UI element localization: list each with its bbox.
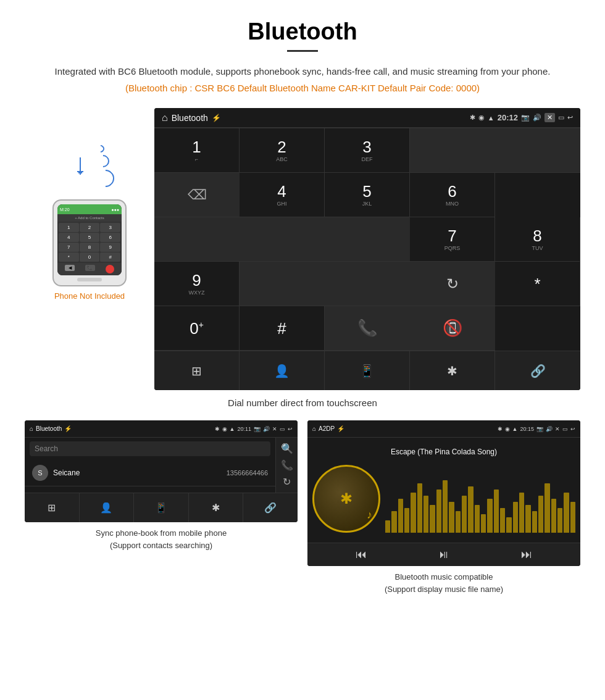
viz-bar-4: [411, 493, 415, 533]
music-next-btn[interactable]: ⏭: [521, 548, 532, 561]
refresh-icon: ↻: [446, 275, 459, 293]
dial-key-3[interactable]: 3 DEF: [325, 128, 410, 173]
pb-phone-side-icon[interactable]: 📞: [281, 459, 293, 471]
dial-letters-6: MNO: [446, 201, 459, 207]
pb-toolbar-calls[interactable]: 📱: [134, 493, 189, 522]
dial-key-0[interactable]: 0+: [154, 306, 240, 351]
pb-search-placeholder: Search: [35, 444, 58, 453]
minimize-icon[interactable]: ▭: [558, 114, 564, 122]
dial-number-9: 9: [192, 272, 201, 288]
title-divider: [287, 50, 318, 52]
dial-key-6[interactable]: 6 MNO: [410, 173, 495, 217]
backspace-icon: ⌫: [188, 187, 207, 203]
dial-end-btn[interactable]: 📵: [410, 306, 495, 351]
music-close-icon[interactable]: ✕: [555, 426, 560, 432]
music-signal-icon: ▲: [512, 426, 518, 432]
viz-bar-6: [424, 496, 428, 533]
dial-number-6: 6: [448, 183, 456, 199]
music-home-icon[interactable]: ⌂: [312, 425, 316, 432]
viz-bar-25: [544, 483, 549, 533]
dial-backspace[interactable]: ⌫: [154, 173, 240, 217]
dial-key-hash[interactable]: #: [240, 306, 325, 351]
pb-toolbar-contacts[interactable]: 👤: [80, 493, 135, 522]
phone-contact-header: + Add to Contacts: [57, 214, 122, 222]
phone-illustration: ⭣ M:20●●● + Add to Contacts 1 2 3: [25, 108, 154, 301]
music-prev-btn[interactable]: ⏮: [356, 548, 367, 561]
location-icon: ◉: [478, 114, 485, 122]
pb-close-icon[interactable]: ✕: [272, 426, 277, 432]
dial-key-star[interactable]: *: [495, 262, 580, 306]
music-screenshot-block: ⌂ A2DP ⚡ ✱ ◉ ▲ 20:15 📷 🔊 ✕ ▭ ↩: [307, 420, 580, 595]
dial-refresh[interactable]: ↻: [410, 262, 495, 306]
viz-bar-5: [417, 483, 422, 533]
dial-number-star: *: [534, 276, 540, 292]
volume-icon[interactable]: 🔊: [533, 114, 541, 122]
pb-toolbar-dialpad[interactable]: ⊞: [25, 493, 80, 522]
status-time: 20:12: [498, 113, 518, 122]
signal-icon: ▲: [488, 114, 494, 122]
viz-bar-16: [487, 499, 492, 533]
dial-number-0: 0+: [190, 320, 204, 336]
dial-number-4: 4: [277, 183, 286, 199]
viz-bar-3: [404, 508, 409, 533]
back-icon[interactable]: ↩: [567, 114, 573, 122]
dial-key-8[interactable]: 8 TUV: [495, 217, 580, 262]
pb-min-icon[interactable]: ▭: [280, 426, 285, 432]
pb-screen-title: Bluetooth: [36, 425, 62, 432]
dial-key-5[interactable]: 5 JKL: [325, 173, 410, 217]
dial-call-btn[interactable]: 📞: [325, 306, 410, 351]
pb-loc-icon: ◉: [222, 426, 227, 432]
toolbar-calls-btn[interactable]: 📱: [325, 351, 410, 390]
dial-number-8: 8: [533, 228, 541, 244]
phone-dialpad-grid: 1 2 3 4 5 6 7 8 9 * 0 #: [57, 222, 122, 263]
viz-bar-20: [513, 502, 518, 533]
dial-key-2[interactable]: 2 ABC: [240, 128, 325, 173]
phone-key-3: 3: [100, 223, 120, 232]
music-back-icon[interactable]: ↩: [570, 426, 575, 432]
viz-bar-18: [500, 508, 505, 533]
camera-icon[interactable]: 📷: [521, 114, 530, 122]
toolbar-contacts-btn[interactable]: 👤: [240, 351, 325, 390]
phone-key-0: 0: [80, 252, 100, 262]
dial-number-5: 5: [362, 183, 371, 199]
music-screen-title: A2DP: [319, 425, 335, 432]
viz-bar-27: [557, 508, 562, 533]
pb-bt-icon: ✱: [215, 426, 220, 432]
dial-letters-4: GHI: [277, 201, 286, 207]
pb-toolbar-settings[interactable]: 🔗: [243, 493, 298, 522]
dialpad-section: ⭣ M:20●●● + Add to Contacts 1 2 3: [25, 108, 580, 390]
pb-search-side-icon[interactable]: 🔍: [281, 443, 293, 454]
phonebook-caption: Sync phone-book from mobile phone(Suppor…: [96, 527, 227, 551]
music-status-right: ✱ ◉ ▲ 20:15 📷 🔊 ✕ ▭ ↩: [498, 426, 575, 432]
toolbar-bluetooth-btn[interactable]: ✱: [410, 351, 495, 390]
dial-key-9[interactable]: 9 WXYZ: [154, 262, 240, 306]
pb-contact-avatar: S: [32, 465, 48, 481]
call-red-icon: 📵: [443, 319, 462, 338]
pb-back-icon[interactable]: ↩: [288, 426, 293, 432]
music-visualizer: [385, 465, 575, 533]
pb-contact-row[interactable]: S Seicane 13566664466: [25, 460, 275, 486]
dial-key-1[interactable]: 1 ⌐: [154, 128, 240, 173]
screen-title: Bluetooth: [172, 113, 208, 123]
viz-bar-22: [525, 505, 530, 533]
music-screen: ⌂ A2DP ⚡ ✱ ◉ ▲ 20:15 📷 🔊 ✕ ▭ ↩: [307, 420, 580, 566]
home-icon[interactable]: ⌂: [162, 112, 168, 123]
phone-key-8: 8: [80, 243, 100, 252]
pb-toolbar-bt[interactable]: ✱: [189, 493, 244, 522]
music-caption: Bluetooth music compatible(Support displ…: [385, 571, 503, 595]
specs-text: (Bluetooth chip : CSR BC6 Default Blueto…: [25, 83, 580, 93]
music-min-icon[interactable]: ▭: [562, 426, 568, 432]
pb-search-bar[interactable]: Search: [30, 441, 270, 456]
dial-key-7[interactable]: 7 PQRS: [410, 217, 495, 262]
page-title: Bluetooth: [25, 19, 580, 45]
close-icon-box[interactable]: ✕: [544, 113, 555, 122]
toolbar-dialpad-btn[interactable]: ⊞: [154, 351, 240, 390]
pb-home-icon[interactable]: ⌂: [30, 425, 33, 432]
music-play-pause-btn[interactable]: ⏯: [438, 548, 449, 561]
toolbar-settings-btn[interactable]: 🔗: [495, 351, 580, 390]
dial-key-4[interactable]: 4 GHI: [240, 173, 325, 217]
call-green-icon: 📞: [357, 319, 377, 338]
pb-refresh-side-icon[interactable]: ↻: [283, 476, 291, 488]
viz-bar-19: [506, 517, 511, 533]
bottom-screenshots: ⌂ Bluetooth ⚡ ✱ ◉ ▲ 20:11 📷 🔊 ✕ ▭ ↩: [25, 420, 580, 595]
